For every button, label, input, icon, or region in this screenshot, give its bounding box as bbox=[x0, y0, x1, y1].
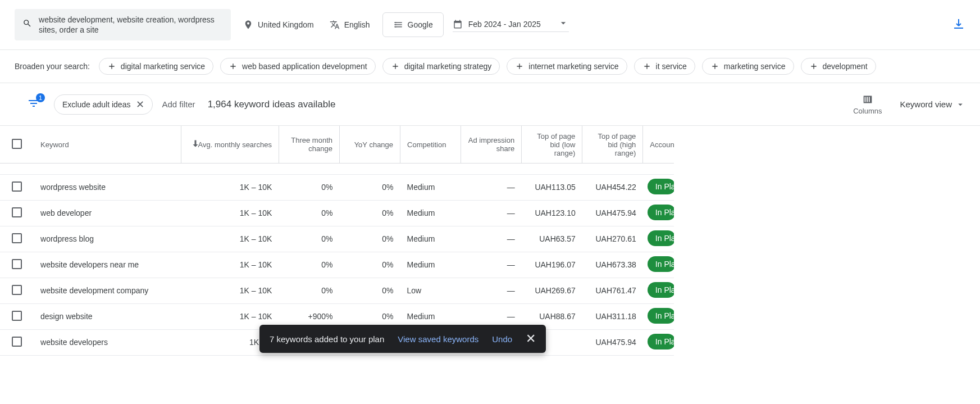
location-value: United Kingdom bbox=[258, 20, 314, 29]
three-cell: 0% bbox=[279, 174, 339, 200]
table-row: website development company 1K – 10K 0% … bbox=[0, 278, 674, 303]
ideas-available-text: 1,964 keyword ideas available bbox=[208, 99, 336, 110]
col-yoy-change[interactable]: YoY change bbox=[339, 126, 400, 163]
in-plan-badge[interactable]: In Plan bbox=[648, 308, 674, 324]
col-keyword[interactable]: Keyword bbox=[34, 126, 181, 163]
top-params-bar: website development, website creation, w… bbox=[0, 0, 980, 50]
comp-cell: Medium bbox=[400, 200, 461, 226]
bidhigh-cell: UAH673.38 bbox=[582, 252, 643, 278]
broaden-chip-4[interactable]: it service bbox=[634, 58, 695, 75]
bidhigh-cell: UAH454.22 bbox=[582, 174, 643, 200]
row-checkbox[interactable] bbox=[12, 311, 22, 321]
translate-icon bbox=[330, 20, 340, 30]
snackbar-message: 7 keywords added to your plan bbox=[270, 334, 384, 344]
bidhigh-cell: UAH270.61 bbox=[582, 226, 643, 252]
broaden-chip-6[interactable]: development bbox=[801, 58, 876, 75]
download-button[interactable] bbox=[952, 17, 965, 33]
search-box[interactable]: website development, website creation, w… bbox=[15, 9, 231, 40]
select-all-checkbox[interactable] bbox=[12, 139, 22, 149]
keyword-cell[interactable]: website developers bbox=[34, 329, 181, 355]
three-cell: 0% bbox=[279, 200, 339, 226]
adimp-cell: — bbox=[461, 278, 522, 303]
col-avg-monthly-searches[interactable]: Avg. monthly searches bbox=[181, 126, 279, 163]
remove-chip-icon[interactable]: ✕ bbox=[136, 99, 144, 110]
bidlow-cell: UAH113.05 bbox=[522, 174, 582, 200]
exclude-adult-chip[interactable]: Exclude adult ideas ✕ bbox=[54, 94, 153, 115]
avg-cell: 1K – 10K bbox=[181, 252, 279, 278]
broaden-chip-0[interactable]: digital marketing service bbox=[99, 58, 213, 75]
keyword-table-wrap: Keyword Avg. monthly searches Three mont… bbox=[0, 126, 674, 356]
svg-point-1 bbox=[395, 24, 396, 25]
row-checkbox[interactable] bbox=[12, 233, 22, 243]
close-snackbar-icon[interactable]: ✕ bbox=[526, 333, 536, 345]
adimp-cell: — bbox=[461, 200, 522, 226]
keyword-cell[interactable]: design website bbox=[34, 303, 181, 329]
bidlow-cell: UAH63.57 bbox=[522, 226, 582, 252]
keyword-cell[interactable]: wordpress website bbox=[34, 174, 181, 200]
broaden-chip-5[interactable]: marketing service bbox=[702, 58, 794, 75]
location-param[interactable]: United Kingdom bbox=[240, 20, 317, 30]
yoy-cell: 0% bbox=[339, 226, 400, 252]
avg-cell: 1K – 10K bbox=[181, 200, 279, 226]
in-plan-badge[interactable]: In Plan bbox=[648, 256, 674, 272]
yoy-cell: 0% bbox=[339, 200, 400, 226]
columns-button[interactable]: Columns bbox=[853, 93, 882, 115]
in-plan-badge[interactable]: In Plan bbox=[648, 334, 674, 349]
row-checkbox[interactable] bbox=[12, 207, 22, 217]
row-checkbox[interactable] bbox=[12, 337, 22, 347]
in-plan-badge[interactable]: In Plan bbox=[648, 282, 674, 298]
plus-icon bbox=[710, 62, 719, 71]
comp-cell: Medium bbox=[400, 226, 461, 252]
add-filter-button[interactable]: Add filter bbox=[162, 99, 195, 109]
broaden-chip-1[interactable]: web based application development bbox=[220, 58, 376, 75]
keyword-cell[interactable]: web developer bbox=[34, 200, 181, 226]
in-plan-badge[interactable]: In Plan bbox=[648, 230, 674, 246]
three-cell: 0% bbox=[279, 226, 339, 252]
adimp-cell: — bbox=[461, 252, 522, 278]
avg-cell: 1K – 10K bbox=[181, 278, 279, 303]
col-three-month-change[interactable]: Three month change bbox=[279, 126, 339, 163]
bidhigh-cell: UAH475.94 bbox=[582, 200, 643, 226]
yoy-cell: 0% bbox=[339, 174, 400, 200]
language-param[interactable]: English bbox=[326, 20, 373, 30]
filter-controls-bar: 1 Exclude adult ideas ✕ Add filter 1,964… bbox=[0, 83, 980, 126]
row-checkbox[interactable] bbox=[12, 181, 22, 192]
col-bid-high[interactable]: Top of page bid (high range) bbox=[582, 126, 643, 163]
date-range-value: Feb 2024 - Jan 2025 bbox=[468, 20, 541, 29]
filter-funnel-button[interactable]: 1 bbox=[27, 97, 40, 112]
plus-icon bbox=[391, 62, 400, 71]
col-bid-low[interactable]: Top of page bid (low range) bbox=[522, 126, 582, 163]
bidlow-cell: UAH196.07 bbox=[522, 252, 582, 278]
networks-param[interactable]: Google bbox=[382, 12, 444, 37]
chevron-down-icon bbox=[955, 99, 965, 110]
three-cell: 0% bbox=[279, 278, 339, 303]
view-saved-keywords-link[interactable]: View saved keywords bbox=[398, 334, 478, 344]
plus-icon bbox=[642, 62, 651, 71]
in-plan-badge[interactable]: In Plan bbox=[648, 205, 674, 220]
plus-icon bbox=[809, 62, 818, 71]
search-query-text: website development, website creation, w… bbox=[39, 15, 223, 35]
undo-link[interactable]: Undo bbox=[492, 334, 512, 344]
keyword-cell[interactable]: website developers near me bbox=[34, 252, 181, 278]
keyword-cell[interactable]: wordpress blog bbox=[34, 226, 181, 252]
adimp-cell: — bbox=[461, 226, 522, 252]
comp-cell: Medium bbox=[400, 174, 461, 200]
plus-icon bbox=[107, 62, 116, 71]
broaden-chip-3[interactable]: internet marketing service bbox=[507, 58, 627, 75]
avg-cell: 1K – 10K bbox=[181, 226, 279, 252]
col-account[interactable]: Account bbox=[643, 126, 674, 163]
keyword-cell[interactable]: website development company bbox=[34, 278, 181, 303]
view-dropdown[interactable]: Keyword view bbox=[900, 99, 965, 110]
date-range-param[interactable]: Feb 2024 - Jan 2025 bbox=[453, 17, 569, 32]
row-checkbox[interactable] bbox=[12, 259, 22, 269]
broaden-chip-2[interactable]: digital marketing strategy bbox=[382, 58, 500, 75]
adimp-cell: — bbox=[461, 174, 522, 200]
col-competition[interactable]: Competition bbox=[400, 126, 461, 163]
broaden-search-bar: Broaden your search: digital marketing s… bbox=[0, 50, 980, 83]
yoy-cell: 0% bbox=[339, 278, 400, 303]
col-ad-impression-share[interactable]: Ad impression share bbox=[461, 126, 522, 163]
comp-cell: Low bbox=[400, 278, 461, 303]
row-checkbox[interactable] bbox=[12, 285, 22, 295]
columns-icon bbox=[862, 93, 874, 106]
in-plan-badge[interactable]: In Plan bbox=[648, 179, 674, 194]
